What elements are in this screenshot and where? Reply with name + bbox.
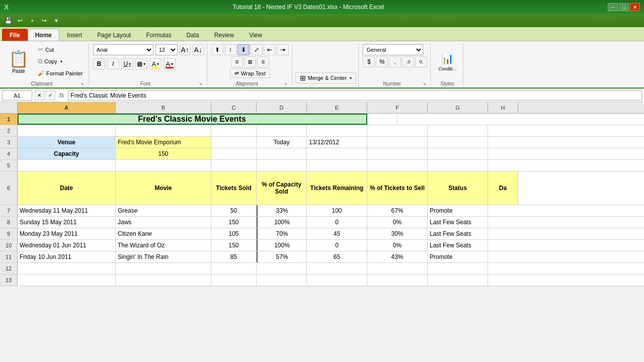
cell-f8[interactable]: 0% xyxy=(367,217,428,228)
alignment-expand-button[interactable]: ↘ xyxy=(283,80,289,86)
cell-c5[interactable] xyxy=(211,160,257,171)
maximize-button[interactable]: □ xyxy=(619,3,629,11)
cell-a12[interactable] xyxy=(18,263,116,274)
cancel-formula-button[interactable]: ✕ xyxy=(34,90,44,101)
cell-e6[interactable]: Tickets Remaining xyxy=(307,171,367,205)
cell-a10[interactable]: Wednesday 01 Jun 2011 xyxy=(18,240,116,251)
cell-h6[interactable]: Da xyxy=(488,171,518,205)
cell-f9[interactable]: 30% xyxy=(367,228,428,239)
cell-g4[interactable] xyxy=(428,148,488,159)
formula-input[interactable] xyxy=(68,90,642,101)
cell-b2[interactable] xyxy=(116,125,211,136)
cell-e12[interactable] xyxy=(307,263,367,274)
font-expand-button[interactable]: ↘ xyxy=(198,80,204,86)
cell-e2[interactable] xyxy=(307,125,367,136)
cell-a11[interactable]: Friday 10 Jun 2011 xyxy=(18,251,116,262)
cell-f6[interactable]: % of Tickets to Sell xyxy=(367,171,428,205)
align-bottom-button[interactable]: ⬇ xyxy=(237,44,250,55)
qat-undo-dropdown[interactable]: ▾ xyxy=(27,16,37,26)
cell-b9[interactable]: Citizen Kane xyxy=(116,228,211,239)
cell-c7[interactable]: 50 xyxy=(211,205,257,216)
minimize-button[interactable]: ─ xyxy=(608,3,618,11)
tab-formulas[interactable]: Formulas xyxy=(138,29,179,41)
cell-g2[interactable] xyxy=(428,125,488,136)
tab-review[interactable]: Review xyxy=(207,29,242,41)
cell-b8[interactable]: Jaws xyxy=(116,217,211,228)
cell-d13[interactable] xyxy=(257,275,307,286)
number-format-select[interactable]: General xyxy=(363,44,423,55)
merge-center-button[interactable]: ⊞ Merge & Center ▾ xyxy=(295,72,357,83)
cell-d3[interactable]: Today xyxy=(257,137,307,148)
decrease-decimal-button[interactable]: 0. xyxy=(415,56,427,67)
row-num-13[interactable]: 13 xyxy=(0,275,18,286)
cell-e4[interactable] xyxy=(307,148,367,159)
percent-button[interactable]: % xyxy=(376,56,388,67)
cell-a6[interactable]: Date xyxy=(18,171,116,205)
col-header-c[interactable]: C xyxy=(211,102,257,113)
cell-b10[interactable]: The Wizard of Oz xyxy=(116,240,211,251)
row-num-4[interactable]: 4 xyxy=(0,148,18,159)
cell-g7[interactable]: Promote xyxy=(428,205,488,216)
cell-c6[interactable]: Tickets Sold xyxy=(211,171,257,205)
clipboard-expand-button[interactable]: ↘ xyxy=(79,80,86,86)
cell-g12[interactable] xyxy=(428,263,488,274)
col-header-e[interactable]: E xyxy=(307,102,367,113)
cell-b4[interactable]: 150 xyxy=(116,148,211,159)
text-direction-button[interactable]: ⤢ xyxy=(251,44,263,55)
cell-a8[interactable]: Sunday 15 May 2011 xyxy=(18,217,116,228)
font-color-button[interactable]: A ▾ xyxy=(164,58,176,69)
cell-b11[interactable]: Singin' In The Rain xyxy=(116,251,211,262)
border-button[interactable]: ▦ ▾ xyxy=(135,58,147,69)
cell-d5[interactable] xyxy=(257,160,307,171)
cell-f2[interactable] xyxy=(367,125,428,136)
cell-d6[interactable]: % of Capacity Sold xyxy=(257,171,307,205)
cell-b6[interactable]: Movie xyxy=(116,171,211,205)
row-num-7[interactable]: 7 xyxy=(0,205,18,216)
cell-f4[interactable] xyxy=(367,148,428,159)
row-num-5[interactable]: 5 xyxy=(0,160,18,171)
qat-customize-button[interactable]: ▾ xyxy=(51,16,61,26)
number-expand-button[interactable]: ↘ xyxy=(421,80,427,86)
cell-b12[interactable] xyxy=(116,263,211,274)
indent-increase-button[interactable]: ⇥ xyxy=(277,44,289,55)
qat-save-button[interactable]: 💾 xyxy=(3,16,13,26)
cell-d11[interactable]: 57% xyxy=(257,251,307,262)
cell-f3[interactable] xyxy=(367,137,428,148)
cell-g1[interactable] xyxy=(367,114,397,125)
cell-g9[interactable]: Last Few Seats xyxy=(428,228,488,239)
cell-c10[interactable]: 150 xyxy=(211,240,257,251)
indent-decrease-button[interactable]: ⇤ xyxy=(264,44,276,55)
cell-g3[interactable] xyxy=(428,137,488,148)
close-button[interactable]: ✕ xyxy=(630,3,640,11)
cell-g8[interactable]: Last Few Seats xyxy=(428,217,488,228)
col-header-d[interactable]: D xyxy=(257,102,307,113)
align-right-button[interactable]: ≡ xyxy=(257,56,269,67)
paste-button[interactable]: 📋 Paste xyxy=(4,44,33,78)
tab-home[interactable]: Home xyxy=(28,29,59,41)
row-num-3[interactable]: 3 xyxy=(0,137,18,148)
cell-b7[interactable]: Grease xyxy=(116,205,211,216)
row-num-1[interactable]: 1 xyxy=(0,114,18,125)
cell-a13[interactable] xyxy=(18,275,116,286)
row-num-10[interactable]: 10 xyxy=(0,240,18,251)
cell-a1[interactable]: Fred's Classic Movie Events xyxy=(18,114,367,125)
row-num-11[interactable]: 11 xyxy=(0,251,18,262)
row-num-8[interactable]: 8 xyxy=(0,217,18,228)
cell-c11[interactable]: 85 xyxy=(211,251,257,262)
cell-g11[interactable]: Promote xyxy=(428,251,488,262)
col-header-h[interactable]: H xyxy=(488,102,518,113)
cell-b13[interactable] xyxy=(116,275,211,286)
cell-c12[interactable] xyxy=(211,263,257,274)
wrap-text-button[interactable]: ⇌ Wrap Text xyxy=(230,68,270,78)
increase-decimal-button[interactable]: .0 xyxy=(402,56,414,67)
row-num-9[interactable]: 9 xyxy=(0,228,18,239)
align-top-button[interactable]: ⬆ xyxy=(211,44,223,55)
cell-c2[interactable] xyxy=(211,125,257,136)
cell-f13[interactable] xyxy=(367,275,428,286)
cell-g5[interactable] xyxy=(428,160,488,171)
tab-data[interactable]: Data xyxy=(179,29,206,41)
align-center-button[interactable]: ≣ xyxy=(244,56,256,67)
cell-f5[interactable] xyxy=(367,160,428,171)
cell-a5[interactable] xyxy=(18,160,116,171)
cell-g6[interactable]: Status xyxy=(428,171,488,205)
